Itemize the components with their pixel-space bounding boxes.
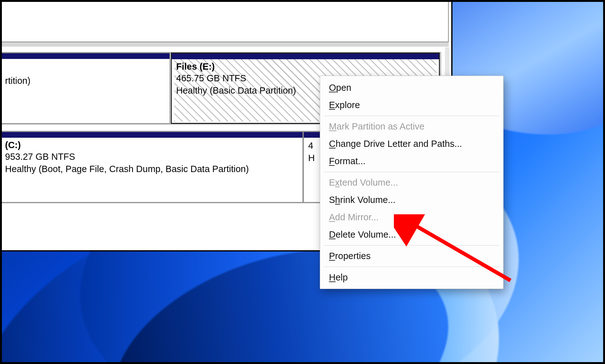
partition-context-menu: OpenExploreMark Partition as ActiveChang…: [320, 76, 504, 289]
context-menu-item-delete-volume[interactable]: Delete Volume...: [320, 226, 503, 243]
partition-unknown-left[interactable]: rtition): [0, 53, 170, 124]
volume-list-pane: [0, 0, 449, 42]
partition-size: 953.27 GB NTFS: [5, 151, 298, 163]
context-menu-separator: [324, 267, 499, 267]
context-menu-item-change-drive-letter-and-paths[interactable]: Change Drive Letter and Paths...: [320, 135, 503, 153]
context-menu-separator: [324, 116, 499, 116]
partition-title: (C:): [5, 140, 298, 151]
context-menu-separator: [324, 172, 499, 172]
partition-header-bar: [172, 54, 439, 59]
context-menu-item-help[interactable]: Help: [320, 269, 503, 286]
partition-header-bar: [1, 53, 170, 59]
partition-c[interactable]: (C:) 953.27 GB NTFS Healthy (Boot, Page …: [0, 131, 303, 203]
pane-splitter[interactable]: [0, 42, 449, 47]
context-menu-item-format[interactable]: Format...: [320, 153, 503, 170]
context-menu-separator: [324, 245, 499, 246]
partition-title: Files (E:): [176, 61, 435, 72]
context-menu-item-shrink-volume[interactable]: Shrink Volume...: [320, 191, 503, 209]
partition-header-bar: [1, 132, 302, 138]
context-menu-item-mark-partition-as-active: Mark Partition as Active: [320, 118, 503, 135]
partition-status-fragment: rtition): [5, 75, 165, 87]
context-menu-item-extend-volume: Extend Volume...: [320, 174, 503, 191]
context-menu-item-add-mirror: Add Mirror...: [320, 209, 503, 226]
partition-status: Healthy (Boot, Page File, Crash Dump, Ba…: [5, 163, 298, 175]
context-menu-item-properties[interactable]: Properties: [320, 247, 503, 265]
context-menu-item-open[interactable]: Open: [320, 79, 503, 96]
context-menu-item-explore[interactable]: Explore: [320, 96, 503, 114]
